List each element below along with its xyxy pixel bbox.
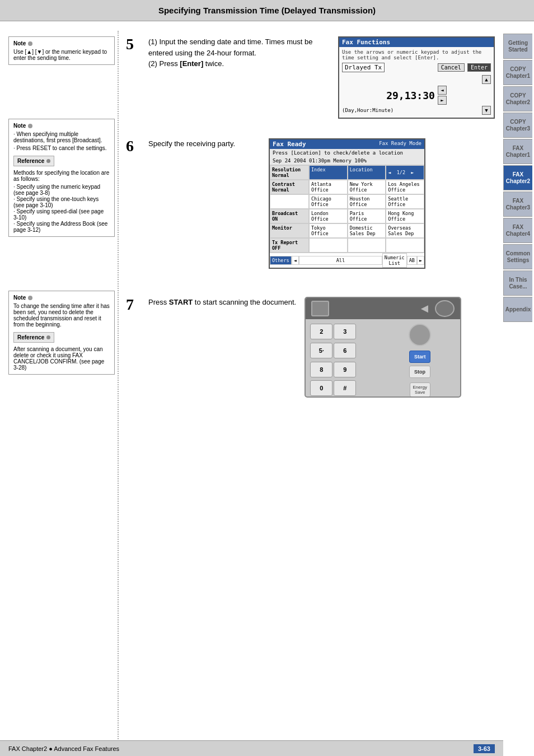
ref-item-1: · Specify using the numeric keypad (see … [13,184,110,196]
fax-cell-index[interactable]: Index [309,165,348,180]
step-6: 6 Specify the receiving party. Fax Ready… [126,138,495,269]
key-2[interactable]: 2 [310,324,332,339]
nav-right-arrow[interactable]: ► [438,96,447,105]
nav-left-arrow[interactable]: ◄ [438,86,447,95]
fax-cell-newyork[interactable]: New YorkOffice [348,180,386,194]
key-empty-2 [357,343,378,360]
fax-cell-hongkong[interactable]: Hong KongOffice [386,209,424,223]
fax-cell-domestic[interactable]: DomesticSales Dep [348,223,386,238]
step-5: 5 (1) Input the sending date and time. T… [126,36,495,119]
step-5-text2: (2) Press [Enter] twice. [148,59,224,68]
sidebar-tab-fax4[interactable]: FAXChapter4 [503,218,532,243]
reference-label-2: Reference [17,334,44,340]
fax-cell-houston[interactable]: HoustonOffice [348,194,386,209]
sidebar-tab-copy1[interactable]: COPYChapter1 [503,60,532,85]
nav-up-arrow[interactable]: ▲ [482,75,491,84]
fax-all-btn[interactable]: All [299,256,382,265]
fax-others-btn[interactable]: Others [270,256,292,265]
step-7-content: Press START to start scanning the docume… [148,297,495,398]
fax-cell-overseas[interactable]: OverseasSales Dep [386,223,424,238]
screen-field-label[interactable]: Drlayed Tx [342,63,385,72]
ref-item-2: · Specify using the one-touch keys (see … [13,196,110,208]
nav-down-arrow[interactable]: ▼ [482,106,491,115]
day-hour-label: (Day,Hour:Minute) [342,108,394,113]
note-bullet1: · When specifying multiple destinations,… [13,131,110,143]
right-sidebar: GettingStarted COPYChapter1 COPYChapter2… [503,34,534,739]
note-title-3: Note [13,295,110,301]
note-icon-1: Note [13,40,26,46]
notes-column: Note Use [▲] [▼] or the numeric keypad t… [8,36,115,734]
sidebar-tab-copy3[interactable]: COPYChapter3 [503,113,532,138]
fax-grid: ResolutionNormal Index Location ◄ 1/2 ► … [270,165,424,253]
panel-circle-btn[interactable] [435,300,455,317]
note-label-2: Note [13,123,26,129]
sidebar-tab-fax1[interactable]: FAXChapter1 [503,139,532,164]
screen-title-fax: Fax Functions [339,38,494,47]
sidebar-tab-copy2[interactable]: COPYChapter2 [503,86,532,111]
start-button[interactable]: Start [409,351,431,363]
note-label-3: Note [13,295,26,301]
sidebar-tab-common[interactable]: CommonSettings [503,244,532,269]
fax-numeric-list-btn[interactable]: NumericList [382,253,407,268]
sidebar-tab-getting-started[interactable]: GettingStarted [503,34,532,59]
fax-cell-chicago[interactable]: ChicagoOffice [309,194,348,209]
step-number-5: 5 [126,36,143,52]
page: Specifying Transmission Time (Delayed Tr… [0,0,534,756]
stop-button[interactable]: Stop [409,366,430,378]
sidebar-tab-inthiscase[interactable]: In ThisCase... [503,270,532,296]
energy-save-button[interactable]: EnergySave [410,382,430,397]
fax-info-line2: Sep 24 2004 01:30pm Memory 100% [270,157,424,165]
fax-cell-losangeles[interactable]: Los AngelesOffice [386,180,424,194]
panel-nav-dial[interactable] [409,324,431,346]
note-bullet2: · Press RESET to cancel the settings. [13,145,110,151]
fax-cell-nav[interactable]: ◄ 1/2 ► [386,165,424,180]
ref-circle-1 [46,159,50,163]
nav-arrows-lr: ◄ ► [438,86,447,105]
key-0[interactable]: 0 [310,380,332,396]
step-7-text: Press START to start scanning the docume… [148,297,296,312]
fax-left-arrow-btn[interactable]: ◄ [292,256,299,265]
sidebar-tab-appendix[interactable]: Appendix [503,297,532,322]
key-3[interactable]: 3 [334,324,356,339]
fax-cell-location[interactable]: Location [348,165,386,180]
fax-cell-tokyo[interactable]: TokyoOffice [309,223,348,238]
fax-cell-empty3 [386,238,424,253]
ref-item-3: · Specify using speed-dial (see page 3-1… [13,208,110,221]
reference-box-1: Reference [13,156,54,166]
spacer-2 [8,241,115,286]
fax-ready-screen: Fax Ready Fax Ready Mode Press [Location… [269,138,425,269]
key-5[interactable]: 5· [310,343,332,358]
sidebar-tab-fax2[interactable]: FAXChapter2 [503,165,532,190]
cancel-button[interactable]: Cancel [438,63,465,72]
panel-main-area: 2 3 5· 6 8 9 0 [306,319,460,398]
key-8[interactable]: 8 [310,362,332,377]
fax-cell-seattle[interactable]: SeattleOffice [386,194,424,209]
step-6-text: Specify the receiving party. [148,138,260,154]
footer-right: 3-63 [474,744,495,753]
key-hash[interactable]: # [334,380,356,396]
step-7-row: Press START to start scanning the docume… [148,297,495,398]
key-9[interactable]: 9 [334,362,356,377]
key-6[interactable]: 6 [334,343,356,358]
note-title-2: Note [13,123,110,129]
step-5-text1: (1) Input the sending date and time. Tim… [148,36,330,69]
note-box-3: Note To change the sending time after it… [8,291,115,375]
note-box-1: Note Use [▲] [▼] or the numeric keypad t… [8,36,115,65]
fax-cell-contrast: ContrastNormal [270,180,309,194]
screen-row-field: Drlayed Tx Cancel Enter [342,63,491,72]
enter-button[interactable]: Enter [467,63,491,72]
step-5-screen-container: Fax Functions Use the arrows or numeric … [338,36,495,119]
fax-cell-paris[interactable]: ParisOffice [348,209,386,223]
screen-bottom-row: (Day,Hour:Minute) ▼ [342,106,491,115]
panel-action-buttons: Start Stop [409,351,431,378]
fax-ab-btn[interactable]: AB [407,256,417,265]
fax-right-arrow-btn[interactable]: ► [417,256,424,265]
fax-functions-screen: Fax Functions Use the arrows or numeric … [338,36,495,119]
page-header: Specifying Transmission Time (Delayed Tr… [0,0,534,21]
fax-cell-atlanta[interactable]: AtlantaOffice [309,180,348,194]
sidebar-tab-fax3[interactable]: FAXChapter3 [503,192,532,217]
fax-cell-london[interactable]: LondonOffice [309,209,348,223]
ref-circle-2 [46,335,50,339]
panel-arrow-icon: ◄ [418,301,430,316]
step-5-content: (1) Input the sending date and time. Tim… [148,36,495,119]
